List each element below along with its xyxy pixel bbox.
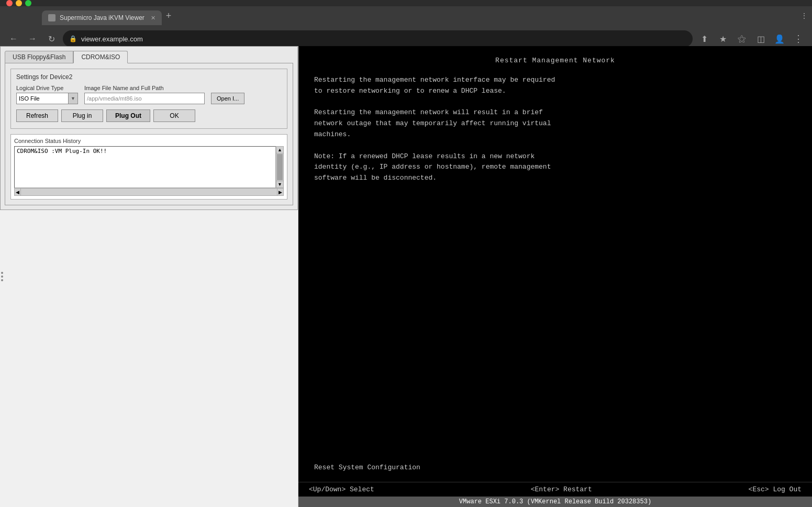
browser-tab-active[interactable]: Supermicro Java iKVM Viewer ✕: [42, 10, 162, 25]
logical-drive-select[interactable]: ISO File: [16, 93, 69, 104]
conn-status-textarea[interactable]: [14, 146, 276, 188]
esxi-terminal: Restart Management Network Restarting th…: [298, 46, 812, 507]
title-bar: [0, 0, 812, 6]
minimize-traffic-light[interactable]: [16, 0, 22, 6]
tab-favicon: [48, 14, 55, 21]
conn-status-title: Connection Status History: [14, 138, 284, 144]
refresh-button[interactable]: ↻: [44, 31, 59, 46]
esxi-line6: Note: If a renewed DHCP lease results in…: [314, 151, 796, 162]
esxi-restart-body: Restarting the management network interf…: [314, 75, 796, 184]
plugin-button[interactable]: Plug in: [61, 109, 103, 122]
ikvm-panel: USB Floppy&Flash CDROM&ISO Settings for …: [0, 46, 298, 507]
tab-usb-floppy[interactable]: USB Floppy&Flash: [5, 51, 73, 63]
scroll-x-track[interactable]: [21, 189, 277, 195]
dialog-tabs: USB Floppy&Flash CDROM&ISO: [5, 51, 293, 63]
footer-nav-restart: <Enter> Restart: [531, 486, 592, 493]
tab-cdrom-iso[interactable]: CDROM&ISO: [73, 51, 128, 63]
image-file-input[interactable]: [84, 93, 205, 104]
dot: [1, 272, 3, 274]
browser-menu-icon[interactable]: ⋮: [796, 12, 812, 20]
esxi-line8: software will be disconnected.: [314, 173, 796, 184]
page-content: USB Floppy&Flash CDROM&ISO Settings for …: [0, 46, 812, 507]
browser-settings-icon[interactable]: ⋮: [791, 31, 806, 46]
tab-close-icon[interactable]: ✕: [151, 15, 155, 21]
logical-drive-select-wrap: ISO File ▼: [16, 93, 78, 104]
scroll-thumb[interactable]: [277, 154, 283, 180]
dialog-body: Settings for Device2 Logical Drive Type …: [5, 63, 293, 205]
esxi-line1: Restarting the management network interf…: [314, 75, 796, 86]
browser-chrome: Supermicro Java iKVM Viewer ✕ + ⋮ ← → ↻ …: [0, 0, 812, 46]
tab-bar: Supermicro Java iKVM Viewer ✕ + ⋮: [0, 6, 812, 25]
scrollbar-horizontal[interactable]: ◀ ▶: [14, 188, 284, 196]
esxi-container: Restart Management Network Restarting th…: [298, 46, 812, 507]
footer-nav-select: <Up/Down> Select: [309, 486, 374, 493]
scroll-left-icon[interactable]: ◀: [15, 189, 21, 195]
plugout-button[interactable]: Plug Out: [106, 109, 150, 122]
dot: [1, 275, 3, 278]
share-icon[interactable]: ⬆: [697, 31, 711, 46]
esxi-footer: <Up/Down> Select <Enter> Restart <Esc> L…: [298, 482, 812, 497]
scroll-up-icon[interactable]: ▲: [276, 147, 283, 153]
dot: [1, 279, 3, 281]
esxi-statusbar: VMware ESXi 7.0.3 (VMKernel Release Buil…: [298, 497, 812, 507]
text-area-wrap: ▲ ▼: [14, 146, 284, 188]
lock-icon: 🔒: [69, 35, 77, 42]
url-display: viewer.example.com: [81, 35, 686, 43]
esxi-reset-title: Reset System Configuration: [314, 464, 796, 471]
esxi-line5: machines.: [314, 129, 796, 140]
open-button[interactable]: Open I...: [211, 93, 244, 104]
address-bar[interactable]: 🔒 viewer.example.com: [63, 30, 693, 47]
forward-button[interactable]: →: [25, 31, 40, 46]
esxi-line2: to restore networking or to renew a DHCP…: [314, 86, 796, 97]
scrollbar-vertical[interactable]: ▲ ▼: [276, 146, 284, 188]
extensions-icon[interactable]: ⚝: [735, 31, 749, 46]
esxi-line3: Restarting the management network will r…: [314, 107, 796, 118]
ikvm-dialog: USB Floppy&Flash CDROM&ISO Settings for …: [0, 46, 298, 210]
tab-title: Supermicro Java iKVM Viewer: [60, 14, 144, 21]
open-btn-col: Open I...: [211, 93, 244, 104]
maximize-traffic-light[interactable]: [25, 0, 31, 6]
esxi-line4: network outage that may temporarily affe…: [314, 118, 796, 129]
scroll-down-icon[interactable]: ▼: [276, 181, 283, 188]
image-file-label: Image File Name and Full Path: [84, 85, 205, 91]
traffic-lights: [6, 0, 31, 6]
esxi-reset-section: Reset System Configuration: [298, 464, 812, 482]
select-arrow-icon: ▼: [69, 93, 78, 104]
logical-drive-label: Logical Drive Type: [16, 85, 78, 91]
conn-status-area: ▲ ▼ ◀ ▶: [14, 146, 284, 196]
refresh-button-dialog[interactable]: Refresh: [16, 109, 58, 122]
new-tab-button[interactable]: +: [162, 10, 176, 21]
logical-drive-col: Logical Drive Type ISO File ▼: [16, 85, 78, 104]
footer-nav-logout: <Esc> Log Out: [749, 486, 802, 493]
action-buttons: Refresh Plug in Plug Out OK: [16, 109, 282, 122]
image-file-col: Image File Name and Full Path: [84, 85, 205, 104]
settings-legend: Settings for Device2: [16, 73, 282, 81]
bookmark-icon[interactable]: ★: [716, 31, 730, 46]
settings-group: Settings for Device2 Logical Drive Type …: [10, 69, 287, 129]
profile-icon[interactable]: 👤: [772, 31, 787, 46]
resize-handle[interactable]: [0, 270, 4, 283]
esxi-main: Restart Management Network Restarting th…: [298, 46, 812, 464]
toolbar-icons: ⬆ ★ ⚝ ◫ 👤 ⋮: [697, 31, 806, 46]
form-row: Logical Drive Type ISO File ▼ Image File…: [16, 85, 282, 104]
connection-status-panel: Connection Status History ▲ ▼ ◀: [10, 134, 287, 200]
close-traffic-light[interactable]: [6, 0, 13, 6]
ok-button[interactable]: OK: [153, 109, 195, 122]
back-button[interactable]: ←: [6, 31, 21, 46]
esxi-restart-title: Restart Management Network: [314, 57, 796, 64]
scroll-right-icon[interactable]: ▶: [277, 189, 283, 195]
esxi-line7: identity (e.g., IP address or hostname),…: [314, 162, 796, 173]
sidebar-icon[interactable]: ◫: [753, 31, 768, 46]
